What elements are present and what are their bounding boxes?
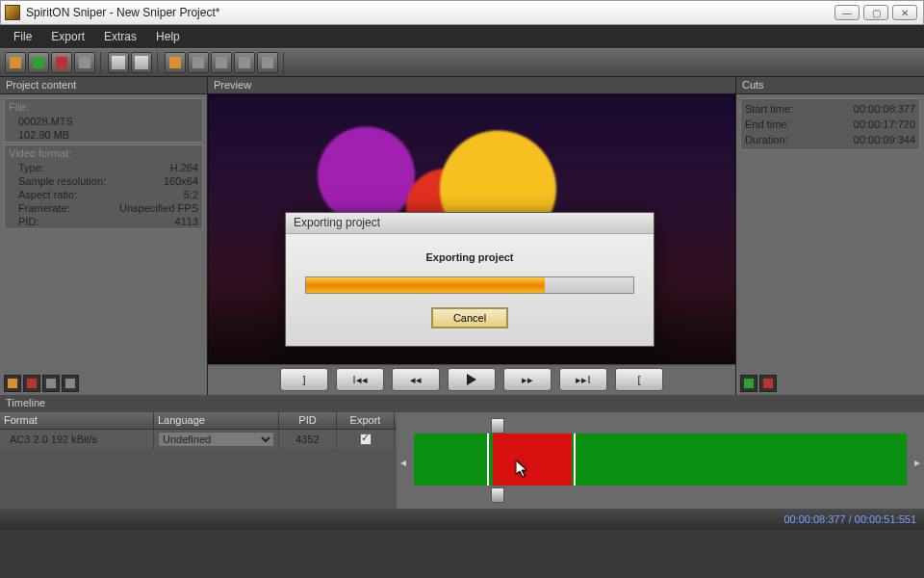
timeline-scroll-left[interactable]: ◂ [398, 453, 408, 472]
minimize-button[interactable]: — [834, 5, 860, 20]
cuts-panel-title: Cuts [736, 77, 924, 94]
save-as-button[interactable] [131, 52, 152, 73]
export-dialog: Exporting project Exporting project Canc… [285, 212, 654, 347]
track-format: AC3 2.0 192 kBit/s [0, 430, 154, 449]
close-button[interactable]: ✕ [892, 5, 917, 20]
dialog-message: Exporting project [305, 251, 634, 263]
save-button[interactable] [108, 52, 129, 73]
playhead-start [487, 434, 489, 486]
menu-help[interactable]: Help [146, 27, 190, 46]
toolbar-btn-10[interactable] [234, 52, 255, 73]
dialog-title: Exporting project [286, 213, 654, 234]
filesize: 102.90 MB [5, 128, 202, 142]
cut-start-handle[interactable] [491, 418, 504, 434]
toolbar-btn-1[interactable] [5, 52, 26, 73]
status-time: 00:00:08:377 / 00:00:51:551 [783, 513, 916, 525]
toolbar-btn-8[interactable] [188, 52, 209, 73]
video-format-box: Video format: Type:H.264 Sample resoluti… [4, 144, 203, 229]
skip-back-button[interactable]: I◂◂ [336, 368, 384, 391]
filename: 00028.MTS [5, 115, 202, 128]
project-tool-2[interactable] [23, 375, 40, 392]
cuts-tool-remove[interactable] [759, 375, 777, 392]
file-info-box: File: 00028.MTS 102.90 MB [4, 98, 203, 143]
timeline-title: Timeline [0, 395, 924, 412]
toolbar-btn-4[interactable] [74, 52, 95, 73]
mark-out-button[interactable]: ] [280, 368, 328, 391]
play-button[interactable] [448, 368, 496, 391]
track-table: Format Language PID Export AC3 2.0 192 k… [0, 412, 397, 509]
menubar: File Export Extras Help [0, 25, 924, 48]
cancel-button[interactable]: Cancel [431, 307, 508, 328]
col-format[interactable]: Format [0, 412, 154, 429]
col-export[interactable]: Export [337, 412, 395, 429]
progress-fill [306, 277, 545, 293]
mark-in-button[interactable]: [ [615, 368, 663, 391]
cuts-info: Start time:00:00:08:377 End time:00:00:1… [740, 98, 920, 150]
maximize-button[interactable]: ▢ [863, 5, 888, 20]
toolbar-btn-3[interactable] [51, 52, 72, 73]
timeline-track[interactable]: ◂ ▸ [397, 412, 924, 509]
menu-export[interactable]: Export [41, 27, 94, 46]
progress-bar [305, 276, 634, 294]
menu-file[interactable]: File [4, 27, 41, 46]
col-language[interactable]: Language [154, 412, 279, 429]
toolbar-btn-2[interactable] [28, 52, 49, 73]
statusbar: 00:00:08:377 / 00:00:51:551 [0, 509, 924, 530]
forward-button[interactable]: ▸▸ [503, 368, 552, 391]
cut-end-handle[interactable] [491, 487, 504, 503]
file-section-label: File: [5, 99, 202, 115]
toolbar-btn-11[interactable] [257, 52, 278, 73]
preview-panel-title: Preview [208, 77, 735, 94]
project-tool-1[interactable] [4, 375, 21, 392]
titlebar: SpiritON Sniper - New Sniper Project* — … [0, 0, 924, 25]
toolbar [0, 48, 924, 77]
project-tool-4[interactable] [62, 375, 79, 392]
track-pid: 4352 [279, 430, 337, 449]
toolbar-btn-7[interactable] [165, 52, 186, 73]
playhead-end [574, 434, 576, 486]
cuts-tool-add[interactable] [740, 375, 757, 392]
skip-forward-button[interactable]: ▸▸I [559, 368, 607, 391]
timeline-scroll-right[interactable]: ▸ [912, 453, 922, 472]
menu-extras[interactable]: Extras [94, 27, 146, 46]
video-section-label: Video format: [5, 145, 202, 161]
project-tool-3[interactable] [42, 375, 60, 392]
project-panel-title: Project content [0, 77, 207, 94]
window-title: SpiritON Sniper - New Sniper Project* [26, 6, 834, 19]
toolbar-btn-9[interactable] [211, 52, 232, 73]
transport-bar: ] I◂◂ ◂◂ ▸▸ ▸▸I [ [208, 364, 735, 395]
language-select[interactable]: Undefined [158, 432, 274, 447]
col-pid[interactable]: PID [279, 412, 337, 429]
rewind-button[interactable]: ◂◂ [392, 368, 440, 391]
timeline-cut-region[interactable] [493, 434, 572, 486]
export-checkbox[interactable] [360, 434, 372, 445]
app-icon [5, 5, 20, 20]
track-row[interactable]: AC3 2.0 192 kBit/s Undefined 4352 [0, 430, 397, 449]
